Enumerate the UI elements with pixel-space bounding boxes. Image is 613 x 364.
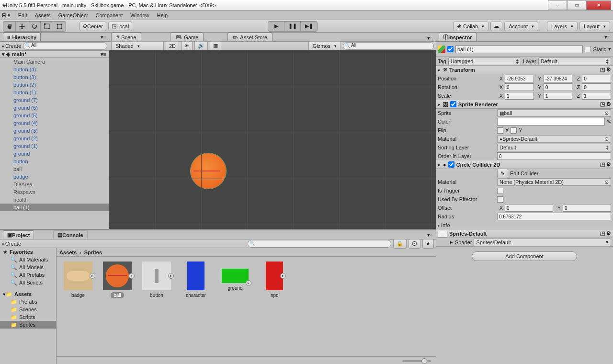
material-field[interactable]: ● Sprites-Default⊙ (497, 135, 611, 143)
fx-toggle[interactable]: ▦ (210, 41, 221, 51)
hand-tool[interactable] (3, 22, 16, 31)
shading-mode[interactable]: Shaded (111, 41, 164, 51)
hierarchy-item[interactable]: ground (2) (0, 135, 109, 142)
phys-material[interactable]: None (Physics Material 2D)⊙ (497, 178, 611, 186)
fav-prefabs[interactable]: 🔍 All Prefabs (0, 271, 56, 279)
asset-character[interactable]: character (179, 262, 213, 298)
rot-y[interactable]: 0 (544, 83, 573, 91)
hierarchy-item[interactable]: ground (7) (0, 96, 109, 104)
shader-dropdown[interactable]: Sprites/Default▾ (474, 239, 611, 246)
scene-menu-icon[interactable]: ▾≡ (101, 51, 106, 57)
menu-file[interactable]: File (2, 12, 11, 18)
hierarchy-item[interactable]: ground (5) (0, 112, 109, 119)
tab-asset-store[interactable]: 🛍 Asset Store (227, 33, 272, 41)
cloud-button[interactable]: ☁ (490, 22, 502, 31)
filter-icon[interactable]: 🔒 (393, 239, 407, 249)
sorting-layer[interactable]: Default‡ (497, 144, 611, 151)
rotate-tool[interactable] (28, 22, 41, 31)
step-button[interactable]: ▶❚ (301, 22, 317, 31)
create-dropdown[interactable]: Create (2, 43, 21, 49)
material-preview-header[interactable]: Sprites-Default◳ ⚙ (436, 229, 613, 238)
scale-z[interactable]: 1 (582, 92, 611, 100)
hierarchy-item[interactable]: Main Camera (0, 58, 109, 66)
menu-edit[interactable]: Edit (18, 12, 27, 18)
asset-ground[interactable]: ▸ground (218, 262, 252, 298)
assets-root[interactable]: ▾📁 Assets (0, 290, 56, 298)
offset-x[interactable]: 0 (505, 204, 553, 212)
breadcrumb-sprites[interactable]: Sprites (84, 250, 102, 255)
close-button[interactable]: ✕ (586, 0, 611, 10)
hierarchy-item[interactable]: ball (1) (0, 204, 109, 211)
project-create[interactable]: Create (2, 241, 21, 247)
play-button[interactable]: ▶ (268, 22, 284, 31)
folder-scripts[interactable]: 📁 Scripts (0, 313, 56, 321)
project-tab[interactable]: ▣ Project (3, 230, 34, 239)
rot-z[interactable]: 0 (582, 83, 611, 91)
edit-collider-button[interactable]: ✎ (497, 169, 508, 178)
gizmos-dropdown[interactable]: Gizmos (308, 41, 341, 51)
order-in-layer[interactable]: 0 (497, 152, 611, 160)
sprite-field[interactable]: ▦ ball⊙ (497, 109, 611, 117)
is-trigger[interactable] (497, 188, 503, 194)
hierarchy-item[interactable]: health (0, 196, 109, 204)
gameobject-icon[interactable] (438, 46, 445, 53)
object-name-field[interactable]: ball (1) (455, 46, 583, 53)
save-filter-icon[interactable]: ★ (422, 239, 434, 249)
static-checkbox[interactable] (585, 46, 591, 52)
scale-x[interactable]: 1 (505, 92, 534, 100)
hierarchy-item[interactable]: button (1) (0, 89, 109, 96)
folder-sprites[interactable]: 📁 Sprites (0, 321, 56, 329)
menu-gameobject[interactable]: GameObject (58, 12, 88, 18)
hierarchy-tab[interactable]: ≡Hierarchy (3, 33, 41, 41)
fav-materials[interactable]: 🔍 All Materials (0, 256, 56, 263)
maximize-button[interactable]: ▭ (567, 0, 586, 10)
menu-component[interactable]: Component (95, 12, 123, 18)
hierarchy-item[interactable]: ball (0, 165, 109, 173)
folder-prefabs[interactable]: 📁 Prefabs (0, 298, 56, 306)
move-tool[interactable] (16, 22, 28, 31)
filter-type-icon[interactable]: ⦿ (409, 239, 420, 249)
pivot-center-toggle[interactable]: ⊕ Center (79, 22, 106, 31)
asset-badge[interactable]: ▸badge (61, 262, 95, 298)
hierarchy-item[interactable]: button (4) (0, 66, 109, 73)
console-tab[interactable]: ▤ Console (53, 230, 87, 239)
color-field[interactable] (497, 118, 605, 125)
sprite-renderer-header[interactable]: 🖼 Sprite Renderer◳ ⚙ (436, 100, 613, 109)
thumbnail-size-slider[interactable] (402, 360, 431, 362)
menu-assets[interactable]: Assets (35, 12, 51, 18)
breadcrumb-assets[interactable]: Assets (59, 250, 77, 255)
minimize-button[interactable]: ─ (548, 0, 567, 10)
tag-dropdown[interactable]: Untagged‡ (448, 57, 521, 65)
folder-scenes[interactable]: 📁 Scenes (0, 306, 56, 313)
hierarchy-item[interactable]: button (0, 158, 109, 165)
rect-tool[interactable] (53, 22, 66, 31)
2d-toggle[interactable]: 2D (166, 41, 179, 51)
fav-models[interactable]: 🔍 All Models (0, 263, 56, 271)
inspector-tab[interactable]: ⓘ Inspector (439, 33, 477, 41)
fav-scripts[interactable]: 🔍 All Scripts (0, 279, 56, 286)
hierarchy-item[interactable]: ground (0, 150, 109, 158)
layers-dropdown[interactable]: Layers (547, 22, 578, 31)
shader-expand[interactable]: ▸ (450, 239, 453, 245)
panel-menu-icon[interactable]: ▾≡ (427, 232, 433, 238)
tab-game[interactable]: 🎮 Game (170, 33, 204, 41)
collider-header[interactable]: ● Circle Collider 2D◳ ⚙ (436, 160, 613, 169)
asset-ball[interactable]: ▸ball (101, 262, 134, 298)
hierarchy-item[interactable]: button (2) (0, 81, 109, 89)
scene-row[interactable]: ▾ ◈main* ▾≡ (0, 50, 109, 58)
menu-help[interactable]: Help (157, 12, 168, 18)
flip-y[interactable] (511, 127, 517, 134)
audio-toggle[interactable]: 🔊 (194, 41, 208, 51)
info-foldout[interactable]: Info (438, 222, 450, 228)
hierarchy-item[interactable]: Respawn (0, 188, 109, 196)
tab-scene[interactable]: # Scene (111, 33, 141, 41)
pos-y[interactable]: -27.39824 (544, 75, 573, 82)
pos-z[interactable]: 0 (582, 75, 611, 82)
transform-header[interactable]: ⤧ Transform◳ ⚙ (436, 66, 613, 74)
offset-y[interactable]: 0 (563, 204, 611, 212)
scale-tool[interactable] (41, 22, 53, 31)
hierarchy-item[interactable]: button (3) (0, 73, 109, 81)
pos-x[interactable]: -26.9053 (505, 75, 534, 82)
lighting-toggle[interactable]: ☀ (181, 41, 193, 51)
selected-object-gizmo[interactable] (191, 153, 226, 189)
